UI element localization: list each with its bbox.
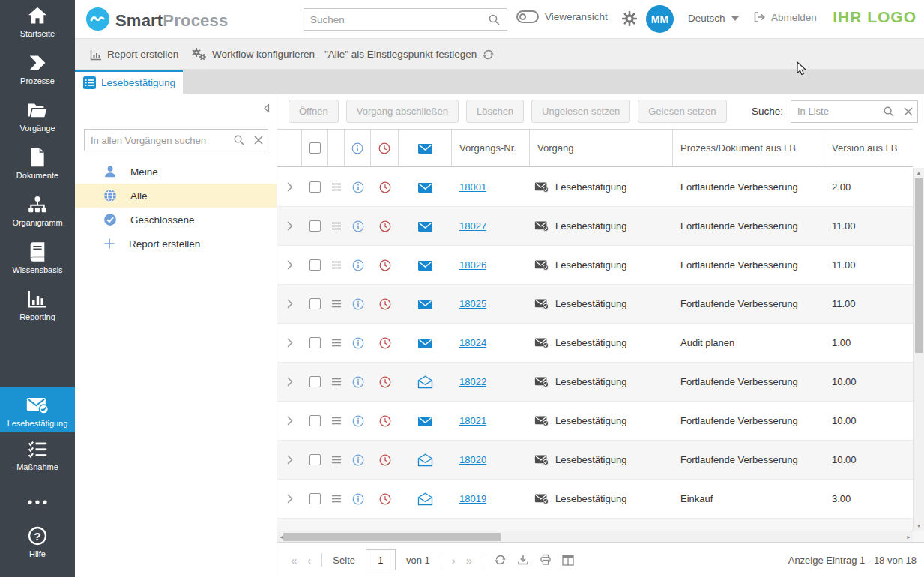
table-row-18024[interactable]: 18024LesebestätigungAudit planen1.00 <box>277 324 913 363</box>
horizontal-scrollbar[interactable]: ◄ ► <box>277 531 913 542</box>
search-icon[interactable] <box>878 106 899 118</box>
filter-item-report-erstellen[interactable]: Report erstellen <box>75 232 277 256</box>
sidebar-item-reporting[interactable]: Reporting <box>0 288 75 321</box>
search-icon[interactable] <box>229 134 250 146</box>
mail-closed-icon[interactable] <box>417 220 433 232</box>
search-icon[interactable] <box>482 13 507 26</box>
panel-search-input[interactable] <box>85 135 229 146</box>
row-checkbox[interactable] <box>309 220 321 232</box>
action-button-l-schen[interactable]: Löschen <box>466 100 524 123</box>
column-layout-icon[interactable] <box>562 555 574 566</box>
horizontal-scrollbar-thumb[interactable] <box>283 533 501 541</box>
sidebar-item-ma-nahme[interactable]: Maßnahme <box>0 438 75 471</box>
clock-icon[interactable] <box>379 337 391 349</box>
print-icon[interactable] <box>540 554 552 566</box>
action-button-gelesen-setzen[interactable]: Gelesen setzen <box>638 100 726 123</box>
mail-closed-icon[interactable] <box>417 415 433 427</box>
clock-icon[interactable] <box>379 493 391 505</box>
table-row-partial[interactable] <box>277 519 913 531</box>
action-button-ungelesen-setzen[interactable]: Ungelesen setzen <box>531 100 630 123</box>
expander-chevron-icon[interactable] <box>287 377 293 387</box>
clock-icon[interactable] <box>379 220 391 232</box>
expander-chevron-icon[interactable] <box>287 416 293 426</box>
configure-workflow-button[interactable]: Workflow konfigurieren <box>192 39 315 70</box>
row-checkbox[interactable] <box>309 298 321 309</box>
page-number-input[interactable] <box>366 549 396 570</box>
action-button--ffnen[interactable]: Öffnen <box>289 100 339 123</box>
vorgang-link[interactable]: 18020 <box>459 454 486 465</box>
list-search-input[interactable] <box>791 106 878 117</box>
info-icon[interactable] <box>352 181 364 193</box>
vorgang-link[interactable]: 18022 <box>459 376 486 387</box>
filter-item-geschlossene[interactable]: Geschlossene <box>75 208 277 232</box>
info-icon[interactable] <box>352 415 364 427</box>
tab-lesebestaetigung[interactable]: Lesebestätigung <box>75 70 183 94</box>
row-menu-icon[interactable] <box>331 456 342 464</box>
row-checkbox[interactable] <box>309 181 321 193</box>
expander-chevron-icon[interactable] <box>287 455 293 465</box>
row-menu-icon[interactable] <box>331 417 342 425</box>
clear-search-icon[interactable] <box>250 136 268 145</box>
prev-page-icon[interactable]: ‹ <box>307 555 311 566</box>
first-page-icon[interactable]: « <box>291 555 297 566</box>
expander-chevron-icon[interactable] <box>287 494 293 504</box>
set-entrypoint-button[interactable]: "Alle" als Einstiegspunkt festlegen <box>324 39 477 70</box>
sidebar-item-more[interactable] <box>0 491 75 513</box>
info-icon[interactable] <box>352 220 364 232</box>
mail-closed-icon[interactable] <box>417 259 433 271</box>
row-checkbox[interactable] <box>309 415 321 426</box>
mail-closed-icon[interactable] <box>399 130 452 166</box>
column-header-vorgang[interactable]: Vorgang <box>530 130 673 166</box>
ribbon-refresh-button[interactable] <box>482 39 495 70</box>
clear-search-icon[interactable] <box>899 107 917 116</box>
language-selector[interactable]: Deutsch <box>688 13 739 24</box>
last-page-icon[interactable]: » <box>466 555 472 566</box>
mail-open-icon[interactable] <box>417 492 433 506</box>
mail-closed-icon[interactable] <box>417 181 433 193</box>
vorgang-link[interactable]: 18026 <box>459 259 486 271</box>
global-search-input[interactable] <box>304 14 482 25</box>
vorgang-link[interactable]: 18019 <box>459 493 486 504</box>
row-checkbox[interactable] <box>309 493 321 504</box>
table-row-18027[interactable]: 18027LesebestätigungFortlaufende Verbess… <box>277 207 913 246</box>
clock-icon[interactable] <box>379 376 391 388</box>
row-checkbox[interactable] <box>309 376 321 387</box>
settings-gear-icon[interactable] <box>622 11 637 29</box>
vertical-scrollbar-thumb[interactable] <box>915 178 923 353</box>
expander-chevron-icon[interactable] <box>287 338 293 348</box>
sidebar-item-startseite[interactable]: Startseite <box>0 4 75 38</box>
row-menu-icon[interactable] <box>331 495 342 503</box>
info-icon[interactable] <box>352 454 364 466</box>
table-row-18021[interactable]: 18021LesebestätigungFortlaufende Verbess… <box>277 402 913 441</box>
row-menu-icon[interactable] <box>331 378 342 386</box>
clock-icon[interactable] <box>379 298 391 310</box>
user-avatar[interactable]: MM <box>646 5 674 33</box>
sidebar-item-lesebest-tigung[interactable]: Lesebestätigung <box>0 387 75 432</box>
row-menu-icon[interactable] <box>331 339 342 347</box>
header-select-all-checkbox[interactable] <box>302 130 328 166</box>
sidebar-item-prozesse[interactable]: Prozesse <box>0 52 75 85</box>
table-row-18026[interactable]: 18026LesebestätigungFortlaufende Verbess… <box>277 246 913 285</box>
table-row-18019[interactable]: 18019LesebestätigungEinkauf3.00 <box>277 480 913 519</box>
clock-icon[interactable] <box>379 454 391 466</box>
mail-closed-icon[interactable] <box>417 337 433 349</box>
table-row-18001[interactable]: 18001LesebestätigungFortlaufende Verbess… <box>277 168 913 207</box>
select-all-checkbox[interactable] <box>309 142 321 154</box>
expander-chevron-icon[interactable] <box>287 221 293 231</box>
refresh-icon[interactable] <box>494 554 507 566</box>
row-checkbox[interactable] <box>309 259 321 271</box>
column-header-prozess[interactable]: Prozess/Dokument aus LB <box>673 130 824 166</box>
clock-icon[interactable] <box>379 415 391 427</box>
filter-item-alle[interactable]: Alle <box>75 184 277 208</box>
sidebar-item-organigramm[interactable]: Organigramm <box>0 193 75 227</box>
clock-icon[interactable] <box>371 130 399 166</box>
collapse-panel-icon[interactable] <box>263 102 270 115</box>
mail-open-icon[interactable] <box>417 375 433 389</box>
column-header-version[interactable]: Version aus LB <box>824 130 913 166</box>
scroll-right-icon[interactable]: ► <box>906 534 911 540</box>
scroll-up-icon[interactable]: ▲ <box>914 170 924 175</box>
table-row-18022[interactable]: 18022LesebestätigungFortlaufende Verbess… <box>277 363 913 402</box>
clock-icon[interactable] <box>379 259 391 271</box>
table-row-18020[interactable]: 18020LesebestätigungFortlaufende Verbess… <box>277 441 913 480</box>
info-icon[interactable] <box>352 376 364 388</box>
